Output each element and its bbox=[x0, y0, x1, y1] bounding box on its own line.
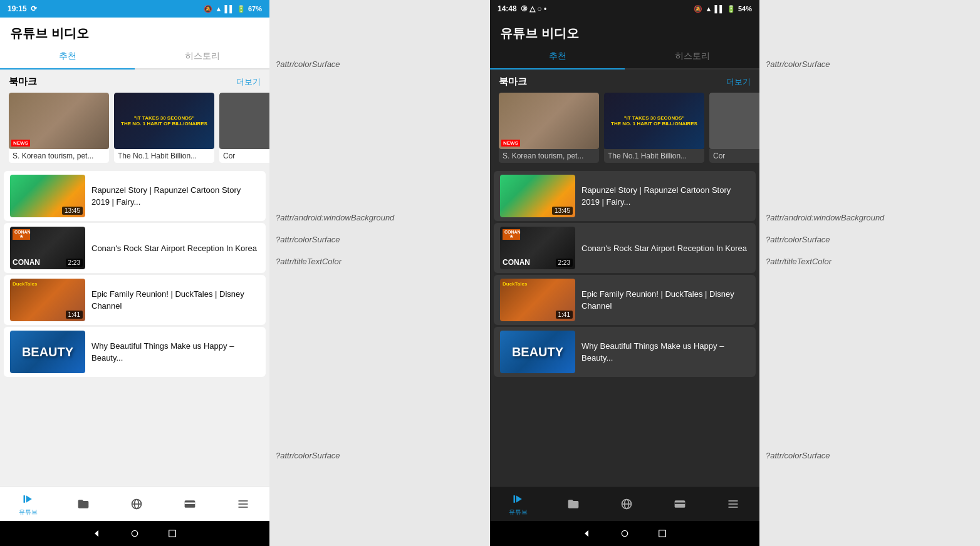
nav-folder-light[interactable] bbox=[76, 497, 91, 512]
back-btn-dark[interactable] bbox=[581, 527, 593, 540]
recents-btn-dark[interactable] bbox=[656, 527, 669, 540]
youtube-nav-icon-dark bbox=[511, 492, 526, 507]
video-title-beauty-light: Why Beautiful Things Make us Happy – Bea… bbox=[91, 341, 234, 363]
annotation-window-bg-r: ?attr/android:windowBackground bbox=[766, 213, 884, 222]
bookmark-caption-1-light: S. Korean tourism, pet... bbox=[9, 149, 109, 163]
nav-youtube-dark[interactable]: 유튜브 bbox=[509, 492, 528, 517]
battery-percent-dark: 54% bbox=[738, 5, 752, 13]
home-btn-dark[interactable] bbox=[618, 527, 631, 540]
video-info-ducktales-light: Epic Family Reunion! | DuckTales | Disne… bbox=[91, 288, 259, 312]
content-dark: 북마크 더보기 NEWS S. Korean tourism, pet... "… bbox=[490, 70, 759, 486]
globe-nav-icon-dark bbox=[619, 497, 634, 512]
nav-youtube-light[interactable]: 유튜브 bbox=[19, 492, 38, 517]
nav-globe-dark[interactable] bbox=[619, 497, 634, 512]
video-title-ducktales-light: Epic Family Reunion! | DuckTales | Disne… bbox=[91, 289, 244, 311]
battery-icon-dark: 🔋 bbox=[727, 5, 736, 13]
status-left-dark: 14:48 ③ △ ○ • bbox=[498, 4, 546, 13]
nav-card-dark[interactable] bbox=[672, 497, 687, 512]
nav-menu-light[interactable] bbox=[236, 497, 251, 512]
annotation-color-surface-2: ?attr/colorSurface bbox=[276, 235, 340, 244]
see-more-dark[interactable]: 더보기 bbox=[726, 76, 751, 88]
news-badge-light: NEWS bbox=[11, 140, 30, 147]
back-btn-light[interactable] bbox=[91, 527, 103, 540]
video-item-ducktales-dark[interactable]: DuckTales 1:41 Epic Family Reunion! | Du… bbox=[494, 275, 756, 325]
tab-history-light[interactable]: 히스토리 bbox=[135, 44, 269, 68]
video-item-beauty-light[interactable]: BEAUTY Why Beautiful Things Make us Happ… bbox=[4, 327, 266, 377]
video-list-light: 13:45 Rapunzel Story | Rapunzel Cartoon … bbox=[0, 171, 269, 377]
video-thumb-rapunzel-dark: 13:45 bbox=[500, 175, 575, 217]
bookmark-item-1-dark[interactable]: NEWS S. Korean tourism, pet... bbox=[499, 93, 599, 163]
svg-marker-23 bbox=[585, 530, 588, 537]
dark-phone: 14:48 ③ △ ○ • 🔕 ▲ ▌▌ 🔋 54% 유튜브 비디오 추천 히스… bbox=[490, 0, 759, 546]
bookmark-item-3-light[interactable]: Cor bbox=[219, 93, 269, 163]
video-item-conan-light[interactable]: CONAN★ CONAN 2:23 Conan's Rock Star Airp… bbox=[4, 223, 266, 273]
svg-rect-25 bbox=[659, 530, 666, 537]
bookmark-thumb-2-light: "IT TAKES 30 SECONDS"THE NO. 1 HABIT OF … bbox=[114, 93, 214, 149]
video-item-conan-dark[interactable]: CONAN★ CONAN 2:23 Conan's Rock Star Airp… bbox=[494, 223, 756, 273]
nav-card-light[interactable] bbox=[182, 497, 197, 512]
folder-nav-icon-light bbox=[76, 497, 91, 512]
wifi-icon: ▲ bbox=[215, 5, 222, 13]
tab-recommended-light[interactable]: 추천 bbox=[0, 44, 135, 68]
video-item-ducktales-light[interactable]: DuckTales 1:41 Epic Family Reunion! | Du… bbox=[4, 275, 266, 325]
bookmark-caption-3-light: Cor bbox=[219, 149, 269, 163]
bookmark-scroll-dark: NEWS S. Korean tourism, pet... "IT TAKES… bbox=[490, 93, 759, 169]
annotation-color-surface-1: ?attr/colorSurface bbox=[276, 59, 340, 69]
duration-rapunzel-dark: 13:45 bbox=[552, 207, 573, 215]
bookmark-caption-1-dark: S. Korean tourism, pet... bbox=[499, 149, 599, 163]
duration-conan-light: 2:23 bbox=[66, 259, 83, 267]
annotation-window-bg: ?attr/android:windowBackground bbox=[276, 213, 394, 222]
video-info-rapunzel-dark: Rapunzel Story | Rapunzel Cartoon Story … bbox=[581, 184, 749, 208]
nav-globe-light[interactable] bbox=[129, 497, 144, 512]
status-bar-dark: 14:48 ③ △ ○ • 🔕 ▲ ▌▌ 🔋 54% bbox=[490, 0, 759, 18]
svg-marker-13 bbox=[516, 495, 522, 503]
video-thumb-conan-dark: CONAN★ CONAN 2:23 bbox=[500, 227, 575, 269]
bookmark-item-2-dark[interactable]: "IT TAKES 30 SECONDS"THE NO. 1 HABIT OF … bbox=[604, 93, 704, 163]
tabs-dark: 추천 히스토리 bbox=[490, 44, 759, 70]
bookmark-item-3-dark[interactable]: Cor bbox=[709, 93, 759, 163]
video-title-conan-dark: Conan's Rock Star Airport Reception In K… bbox=[581, 244, 747, 253]
status-bar-light: 19:15 ⟳ 🔕 ▲ ▌▌ 🔋 67% bbox=[0, 0, 269, 18]
content-light: 북마크 더보기 NEWS S. Korean tourism, pet... "… bbox=[0, 70, 269, 486]
status-right: 🔕 ▲ ▌▌ 🔋 67% bbox=[204, 5, 262, 13]
video-info-beauty-dark: Why Beautiful Things Make us Happy – Bea… bbox=[581, 340, 749, 364]
duration-ducktales-dark: 1:41 bbox=[556, 311, 573, 319]
home-btn-light[interactable] bbox=[128, 527, 141, 540]
bookmark-thumb-3-light bbox=[219, 93, 269, 149]
light-phone: 19:15 ⟳ 🔕 ▲ ▌▌ 🔋 67% 유튜브 비디오 추천 히스토리 북마크… bbox=[0, 0, 269, 546]
video-item-beauty-dark[interactable]: BEAUTY Why Beautiful Things Make us Happ… bbox=[494, 327, 756, 377]
video-item-rapunzel-dark[interactable]: 13:45 Rapunzel Story | Rapunzel Cartoon … bbox=[494, 171, 756, 221]
android-bar-light bbox=[0, 521, 269, 546]
recents-btn-light[interactable] bbox=[166, 527, 179, 540]
annotation-color-surface-r1: ?attr/colorSurface bbox=[766, 59, 830, 69]
svg-point-24 bbox=[622, 530, 627, 536]
android-bar-dark bbox=[490, 521, 759, 546]
sync-icon: ⟳ bbox=[31, 4, 37, 13]
alert-icon-dark: ③ △ ○ • bbox=[521, 4, 546, 13]
bookmark-thumb-3-dark bbox=[709, 93, 759, 149]
menu-nav-icon-light bbox=[236, 497, 251, 512]
bookmark-caption-3-dark: Cor bbox=[709, 149, 759, 163]
bookmark-title-light: 북마크 bbox=[9, 76, 37, 88]
see-more-light[interactable]: 더보기 bbox=[236, 76, 261, 88]
bookmark-thumb-2-dark: "IT TAKES 30 SECONDS"THE NO. 1 HABIT OF … bbox=[604, 93, 704, 149]
menu-nav-icon-dark bbox=[726, 497, 741, 512]
signal-icon-dark: ▌▌ bbox=[714, 5, 724, 13]
video-thumb-ducktales-dark: DuckTales 1:41 bbox=[500, 279, 575, 321]
bookmark-item-2-light[interactable]: "IT TAKES 30 SECONDS"THE NO. 1 HABIT OF … bbox=[114, 93, 214, 163]
nav-menu-dark[interactable] bbox=[726, 497, 741, 512]
video-title-beauty-dark: Why Beautiful Things Make us Happy – Bea… bbox=[581, 341, 724, 363]
tab-recommended-dark[interactable]: 추천 bbox=[490, 44, 625, 68]
folder-nav-icon-dark bbox=[566, 497, 581, 512]
bookmark-thumb-1-dark: NEWS bbox=[499, 93, 599, 149]
bookmark-item-1-light[interactable]: NEWS S. Korean tourism, pet... bbox=[9, 93, 109, 163]
mute-icon-dark: 🔕 bbox=[694, 5, 702, 13]
nav-folder-dark[interactable] bbox=[566, 497, 581, 512]
video-title-rapunzel-dark: Rapunzel Story | Rapunzel Cartoon Story … bbox=[581, 185, 731, 207]
tab-history-dark[interactable]: 히스토리 bbox=[625, 44, 759, 68]
card-nav-icon-dark bbox=[672, 497, 687, 512]
annotation-area: ?attr/colorSurface ?attr/android:windowB… bbox=[269, 0, 490, 546]
video-item-rapunzel-light[interactable]: 13:45 Rapunzel Story | Rapunzel Cartoon … bbox=[4, 171, 266, 221]
bookmark-caption-2-light: The No.1 Habit Billion... bbox=[114, 149, 214, 163]
duration-conan-dark: 2:23 bbox=[556, 259, 573, 267]
